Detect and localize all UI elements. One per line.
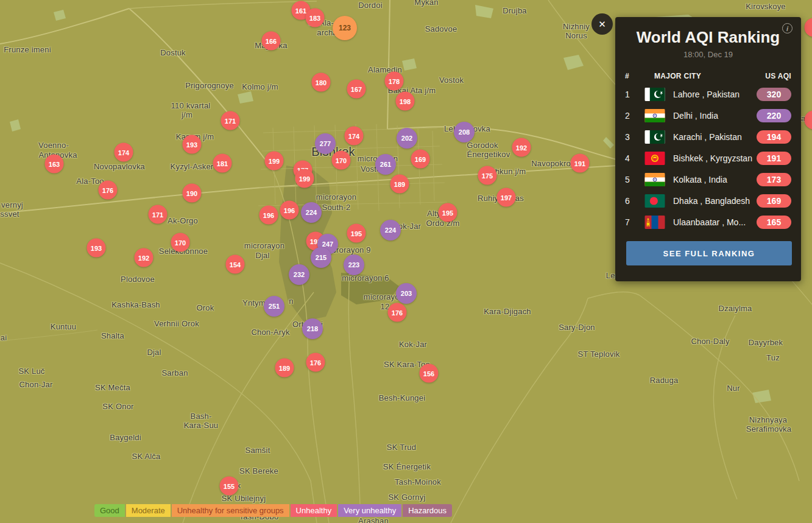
map-place-label: Tuz xyxy=(766,353,780,362)
aqi-marker[interactable]: 163 xyxy=(45,155,64,174)
panel-title: World AQI Ranking xyxy=(615,28,801,47)
ranking-row[interactable]: 5Kolkata , India173 xyxy=(615,169,801,190)
mn-flag-icon xyxy=(644,216,665,229)
ranking-row[interactable]: 3Karachi , Pakistan194 xyxy=(615,126,801,147)
map-place-label: SK Alča xyxy=(132,452,161,461)
aqi-marker[interactable]: 176 xyxy=(388,303,407,322)
legend-item: Unhealthy for sensitive groups xyxy=(172,504,289,517)
city-name: Delhi , India xyxy=(673,111,718,121)
aqi-marker[interactable]: 176 xyxy=(99,181,118,200)
aqi-marker[interactable]: 196 xyxy=(280,201,299,220)
aqi-badge: 320 xyxy=(757,88,791,101)
aqi-marker[interactable]: 195 xyxy=(347,224,366,243)
aqi-marker[interactable]: 171 xyxy=(149,205,168,224)
legend-item: Good xyxy=(94,504,125,517)
map-place-label: Gorodok xyxy=(467,141,498,150)
aqi-marker[interactable]: 215 xyxy=(311,247,331,268)
column-rank: # xyxy=(625,72,640,80)
map-place-label: ai xyxy=(1,333,7,342)
map-place-label: Nizhnyaya xyxy=(749,415,788,424)
aqi-marker[interactable]: 261 xyxy=(375,154,396,175)
aqi-marker[interactable]: 167 xyxy=(347,80,366,99)
map-place-label: Kolmo j/m xyxy=(242,82,278,91)
aqi-marker[interactable]: 183 xyxy=(306,9,325,27)
aqi-marker[interactable]: 198 xyxy=(396,92,415,111)
close-icon: ✕ xyxy=(598,19,606,30)
aqi-marker[interactable]: 174 xyxy=(115,143,133,162)
aqi-marker[interactable]: 178 xyxy=(385,72,404,91)
aqi-marker[interactable]: 203 xyxy=(396,283,417,304)
aqi-marker[interactable]: 170 xyxy=(332,151,351,170)
aqi-marker[interactable]: 224 xyxy=(380,220,401,240)
aqi-marker[interactable]: 169 xyxy=(411,150,430,169)
map-place-label: SK Onor xyxy=(102,402,133,411)
kg-flag-icon xyxy=(644,152,665,165)
aqi-marker[interactable]: 189 xyxy=(390,175,409,194)
map-place-label: Nur xyxy=(727,384,740,393)
aqi-marker[interactable]: 192 xyxy=(512,138,531,157)
map-place-label: Frunze imeni xyxy=(4,45,51,54)
ranking-row[interactable]: 4Bishkek , Kyrgyzstan191 xyxy=(615,147,801,169)
map-place-label: Dordoi xyxy=(358,1,383,10)
map-place-label: Kyzyl-Asker xyxy=(171,162,214,171)
map-place-label: n xyxy=(289,297,293,306)
aqi-marker[interactable]: 155 xyxy=(220,477,239,496)
map-place-label: Arashan xyxy=(358,516,389,523)
aqi-marker[interactable]: 181 xyxy=(213,154,232,173)
world-aqi-ranking-panel: i World AQI Ranking 18:00, Dec 19 # MAJO… xyxy=(615,17,801,281)
aqi-marker[interactable]: 189 xyxy=(275,359,294,377)
aqi-marker[interactable]: 196 xyxy=(259,206,278,225)
aqi-marker[interactable]: 191 xyxy=(571,154,590,173)
aqi-marker[interactable]: 156 xyxy=(420,364,439,383)
info-icon[interactable]: i xyxy=(782,23,793,33)
map-place-label: Samšit xyxy=(245,446,270,455)
aqi-map[interactable]: DordoiMykanDrujbaKirovskoyeSadovoeNizhni… xyxy=(0,0,812,523)
pk-flag-icon xyxy=(644,130,665,144)
close-panel-button[interactable]: ✕ xyxy=(591,13,613,35)
aqi-marker[interactable]: 123 xyxy=(333,16,357,40)
aqi-marker[interactable]: 202 xyxy=(397,128,417,149)
aqi-marker[interactable]: 171 xyxy=(221,111,240,130)
aqi-marker[interactable]: 166 xyxy=(262,32,281,51)
legend-item: Very unhealthy xyxy=(338,504,401,517)
aqi-marker[interactable]: 199 xyxy=(265,152,284,170)
ranking-row[interactable]: 2Delhi , India220 xyxy=(615,105,801,126)
aqi-marker[interactable]: 195 xyxy=(439,203,457,222)
ranking-table-header: # MAJOR CITY US AQI xyxy=(615,72,801,80)
map-place-label: Sadovoe xyxy=(425,24,457,33)
aqi-marker[interactable]: 192 xyxy=(135,248,154,267)
aqi-marker[interactable]: 193 xyxy=(87,239,106,258)
map-place-label: Tash-Moinok xyxy=(395,477,441,486)
in-flag-icon xyxy=(644,173,665,186)
aqi-marker[interactable]: 175 xyxy=(478,166,497,185)
aqi-badge: 173 xyxy=(757,173,791,186)
aqi-marker[interactable]: 190 xyxy=(183,184,202,203)
aqi-marker[interactable]: 199 xyxy=(295,169,314,188)
map-place-label: Prigorognoye xyxy=(185,81,234,90)
ranking-row[interactable]: 6Dhaka , Bangladesh169 xyxy=(615,190,801,211)
map-place-label: Sary-Djon xyxy=(559,323,595,332)
aqi-marker[interactable]: 232 xyxy=(289,264,309,285)
ranking-row[interactable]: 1Lahore , Pakistan320 xyxy=(615,83,801,105)
aqi-marker[interactable]: 197 xyxy=(497,188,516,207)
map-place-label: Dostuk xyxy=(160,48,186,57)
ranking-row[interactable]: 7Ulaanbaatar , Mo...165 xyxy=(615,211,801,233)
aqi-marker[interactable]: 224 xyxy=(301,202,322,223)
see-full-ranking-button[interactable]: SEE FULL RANKING xyxy=(626,241,792,265)
aqi-marker[interactable]: 218 xyxy=(302,318,323,339)
aqi-marker[interactable]: 223 xyxy=(344,254,364,275)
aqi-badge: 191 xyxy=(757,152,791,165)
aqi-marker[interactable]: 180 xyxy=(312,73,331,92)
aqi-marker[interactable]: 154 xyxy=(226,255,245,274)
aqi-marker[interactable]: 174 xyxy=(345,127,364,146)
aqi-marker[interactable]: 208 xyxy=(454,122,475,142)
aqi-marker[interactable]: 170 xyxy=(171,233,190,252)
map-place-label: Nizhniy xyxy=(563,22,590,31)
aqi-marker[interactable]: 277 xyxy=(315,133,336,154)
map-place-label: Kara-Djigach xyxy=(484,307,531,316)
aqi-marker[interactable]: 193 xyxy=(183,135,202,154)
map-place-label: Drujba xyxy=(503,6,527,15)
aqi-marker[interactable]: 176 xyxy=(306,353,325,372)
aqi-marker[interactable]: 251 xyxy=(264,296,284,317)
map-place-label: Verhnii Orok xyxy=(154,319,199,328)
